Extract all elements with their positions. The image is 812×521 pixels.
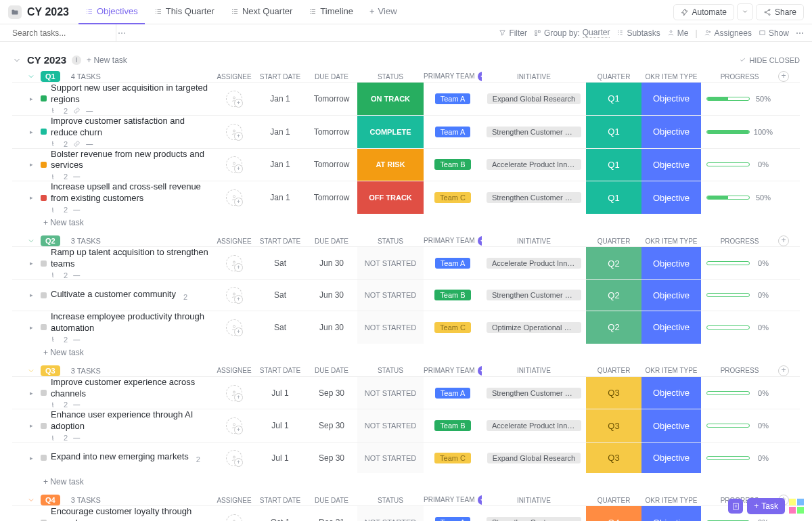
col-header-progress[interactable]: Progress <box>701 367 778 374</box>
progress-cell[interactable]: 0% <box>701 518 778 521</box>
col-header-status[interactable]: Status <box>357 237 424 245</box>
search-input[interactable] <box>12 28 114 38</box>
add-column-button[interactable]: + <box>778 71 789 82</box>
expand-icon[interactable]: ▸ <box>30 422 33 429</box>
initiative-pill[interactable]: Optimize Operational Efficien... <box>487 322 581 333</box>
col-header-due[interactable]: Due Date <box>306 497 357 504</box>
due-date-cell[interactable]: Tomorrow <box>306 149 357 181</box>
start-date-cell[interactable]: Jul 1 <box>254 377 306 409</box>
new-task-button[interactable]: + New task <box>12 214 800 231</box>
type-cell[interactable]: Objective <box>641 83 701 115</box>
task-row[interactable]: ▸ Encourage customer loyalty through rew… <box>12 505 800 521</box>
automate-dropdown[interactable] <box>737 3 753 20</box>
col-header-progress[interactable]: Progress <box>701 73 778 81</box>
chevron-down-icon[interactable] <box>12 55 22 65</box>
task-row[interactable]: ▸ Bolster revenue from new products and … <box>12 148 800 181</box>
due-date-cell[interactable]: Sep 30 <box>306 443 357 473</box>
col-header-type[interactable]: OKR Item Type <box>641 497 701 504</box>
due-date-cell[interactable]: Dec 31 <box>306 506 357 521</box>
chevron-down-icon[interactable] <box>27 496 35 504</box>
due-date-cell[interactable]: Tomorrow <box>306 181 357 214</box>
team-pill[interactable]: Team B <box>434 159 470 170</box>
task-title[interactable]: Support new user acquisition in targeted… <box>51 83 210 106</box>
filter-button[interactable]: Filter <box>499 28 527 38</box>
group-badge[interactable]: Q3 <box>41 365 60 376</box>
team-pill[interactable]: Team B <box>434 290 470 300</box>
assignee-add-button[interactable] <box>226 319 242 336</box>
col-header-team[interactable]: Primary Team ✦ <box>424 366 482 376</box>
col-header-initiative[interactable]: Initiative <box>482 367 586 374</box>
start-date-cell[interactable]: Jan 1 <box>254 181 306 214</box>
progress-cell[interactable]: 0% <box>701 259 778 267</box>
task-title[interactable]: Bolster revenue from new products and se… <box>51 149 210 172</box>
status-dot[interactable] <box>41 423 47 429</box>
initiative-pill[interactable]: Strengthen Customer Retenti... <box>487 192 581 203</box>
status-dot[interactable] <box>41 129 47 135</box>
task-row[interactable]: ▸ Increase employee productivity through… <box>12 311 800 344</box>
due-date-cell[interactable]: Jun 30 <box>306 311 357 344</box>
subtasks-button[interactable]: Subtasks <box>616 28 660 38</box>
automate-button[interactable]: Automate <box>673 4 734 20</box>
initiative-pill[interactable]: Expand Global Research <box>487 93 581 104</box>
due-date-cell[interactable]: Sep 30 <box>306 377 357 409</box>
nav-tab-this-quarter[interactable]: This Quarter <box>148 0 221 24</box>
assignees-button[interactable]: Assignees <box>704 28 752 38</box>
col-header-initiative[interactable]: Initiative <box>482 237 586 245</box>
expand-icon[interactable]: ▸ <box>30 129 33 135</box>
chevron-down-icon[interactable] <box>27 367 35 375</box>
col-header-assignee[interactable]: Assignee <box>214 237 254 245</box>
status-dot[interactable] <box>41 324 47 330</box>
assignee-add-button[interactable] <box>226 514 242 521</box>
status-cell[interactable]: AT RISK <box>357 149 424 181</box>
task-title[interactable]: Cultivate a customer community2 <box>51 289 187 302</box>
type-cell[interactable]: Objective <box>641 116 701 148</box>
type-cell[interactable]: Objective <box>641 377 701 409</box>
quarter-cell[interactable]: Q1 <box>586 149 641 181</box>
quarter-cell[interactable]: Q3 <box>586 409 641 442</box>
col-header-team[interactable]: Primary Team ✦ <box>424 495 482 505</box>
expand-icon[interactable]: ▸ <box>30 390 33 397</box>
col-header-type[interactable]: OKR Item Type <box>641 73 701 81</box>
task-row[interactable]: ▸ Enhance user experience through AI ado… <box>12 409 800 442</box>
task-row[interactable]: ▸ Increase upsell and cross-sell revenue… <box>12 181 800 214</box>
col-header-due[interactable]: Due Date <box>306 73 357 81</box>
quarter-cell[interactable]: Q3 <box>586 377 641 409</box>
progress-cell[interactable]: 0% <box>701 389 778 397</box>
task-title[interactable]: Ramp up talent acquisition to strengthen… <box>51 247 210 270</box>
team-pill[interactable]: Team B <box>434 420 470 431</box>
add-view-button[interactable]: +View <box>363 0 404 24</box>
type-cell[interactable]: Objective <box>641 149 701 181</box>
col-header-start[interactable]: Start Date <box>254 73 306 81</box>
status-cell[interactable]: NOT STARTED <box>357 280 424 311</box>
nav-tab-next-quarter[interactable]: Next Quarter <box>224 0 299 24</box>
initiative-pill[interactable]: Strengthen Customer Retenti... <box>487 388 581 399</box>
task-title[interactable]: Increase employee productivity through a… <box>51 311 210 334</box>
add-column-button[interactable]: + <box>778 365 789 376</box>
assignee-add-button[interactable] <box>226 124 242 140</box>
due-date-cell[interactable]: Tomorrow <box>306 116 357 148</box>
col-header-assignee[interactable]: Assignee <box>214 367 254 374</box>
start-date-cell[interactable]: Oct 1 <box>254 506 306 521</box>
col-header-status[interactable]: Status <box>357 497 424 504</box>
me-button[interactable]: Me <box>667 28 689 38</box>
quarter-cell[interactable]: Q2 <box>586 311 641 344</box>
task-row[interactable]: ▸ Cultivate a customer community2 Sat Ju… <box>12 279 800 311</box>
status-cell[interactable]: NOT STARTED <box>357 377 424 409</box>
assignee-add-button[interactable] <box>226 385 242 401</box>
assignee-add-button[interactable] <box>226 91 242 107</box>
assignee-add-button[interactable] <box>226 156 242 173</box>
status-cell[interactable]: COMPLETE <box>357 116 424 148</box>
col-header-initiative[interactable]: Initiative <box>482 73 586 81</box>
col-header-assignee[interactable]: Assignee <box>214 73 254 81</box>
type-cell[interactable]: Objective <box>641 506 701 521</box>
quarter-cell[interactable]: Q1 <box>586 83 641 115</box>
initiative-pill[interactable]: Accelerate Product Innovation <box>487 258 581 269</box>
task-row[interactable]: ▸ Improve customer experience across cha… <box>12 376 800 409</box>
task-title[interactable]: Encourage customer loyalty through rewar… <box>51 506 210 521</box>
new-task-header-button[interactable]: + New task <box>87 55 127 65</box>
expand-icon[interactable]: ▸ <box>30 194 33 201</box>
type-cell[interactable]: Objective <box>641 311 701 344</box>
team-pill[interactable]: Team A <box>435 127 471 137</box>
status-dot[interactable] <box>41 95 47 101</box>
expand-icon[interactable]: ▸ <box>30 260 33 267</box>
